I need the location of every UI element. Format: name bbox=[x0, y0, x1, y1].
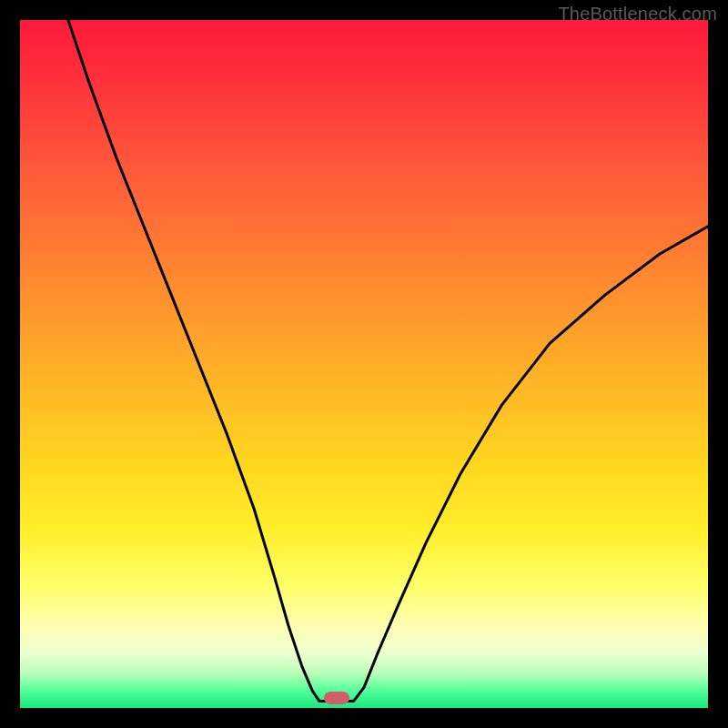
watermark-text: TheBottleneck.com bbox=[558, 4, 717, 25]
plot-area bbox=[20, 20, 708, 708]
curve-layer bbox=[20, 20, 708, 708]
bottleneck-curve bbox=[68, 20, 708, 701]
chart-root: TheBottleneck.com bbox=[0, 0, 728, 728]
minimum-marker bbox=[324, 692, 349, 704]
